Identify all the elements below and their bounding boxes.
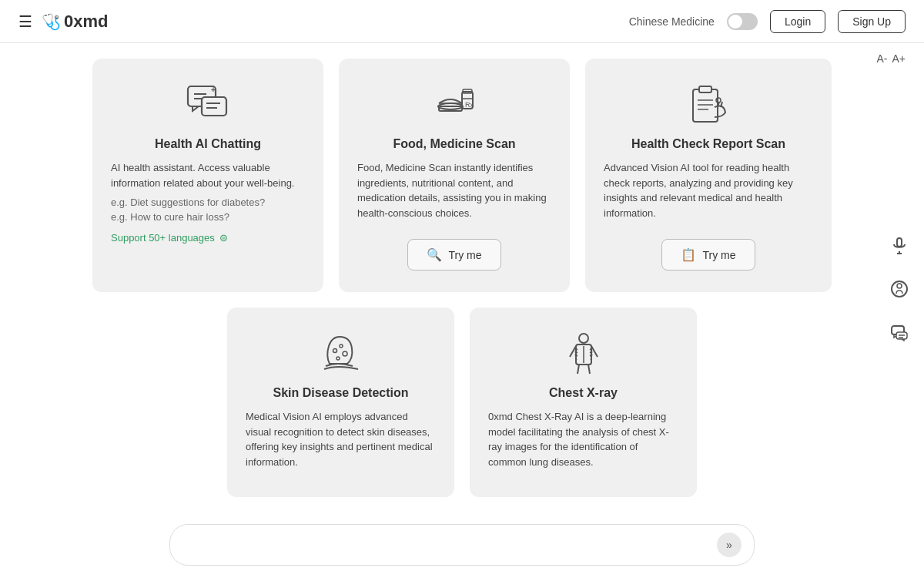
chest-xray-icon [561, 329, 607, 375]
svg-line-30 [588, 365, 590, 374]
card-icon-area [488, 329, 678, 375]
chat-bubbles-icon [890, 323, 909, 341]
support-languages-link[interactable]: Support 50+ languages ⊜ [111, 232, 305, 244]
card-chest-xray: Chest X-ray 0xmd Chest X-Ray AI is a dee… [470, 307, 697, 497]
card-skin-disease: Skin Disease Detection Medical Vision AI… [227, 307, 454, 497]
bottom-cards-row: Skin Disease Detection Medical Vision AI… [92, 307, 832, 497]
card-content: Health AI Chatting AI health assistant. … [111, 137, 305, 271]
card-content: Chest X-ray 0xmd Chest X-Ray AI is a dee… [488, 386, 678, 476]
microphone-button[interactable] [884, 230, 915, 261]
svg-point-26 [579, 334, 588, 343]
svg-point-25 [336, 357, 340, 360]
svg-point-22 [333, 349, 336, 353]
card-title: Skin Disease Detection [246, 386, 436, 400]
chat-icon: + [185, 80, 231, 126]
support-label: Support 50+ languages [111, 232, 215, 244]
support-icon: ⊜ [219, 232, 228, 244]
bottom-input-bar: » [169, 524, 755, 566]
card-food-medicine-scan: Rx Food, Medicine Scan Food, Medicine Sc… [339, 59, 570, 292]
card-desc: 0xmd Chest X-Ray AI is a deep-learning m… [488, 409, 678, 469]
input-container: » [169, 524, 755, 566]
card-title: Food, Medicine Scan [357, 137, 551, 151]
font-decrease-button[interactable]: A- [876, 52, 887, 65]
card-title: Health AI Chatting [111, 137, 305, 151]
menu-icon[interactable]: ☰ [18, 12, 32, 31]
card-content: Health Check Report Scan Advanced Vision… [604, 137, 813, 271]
card-desc: Advanced Vision AI tool for reading heal… [604, 160, 813, 220]
microphone-icon [890, 237, 909, 255]
try-me-button-report[interactable]: 📋 Try me [661, 239, 755, 271]
svg-text:+: + [211, 86, 216, 94]
help-button[interactable] [884, 274, 915, 304]
svg-rect-33 [897, 238, 902, 247]
chinese-medicine-toggle[interactable] [727, 13, 758, 30]
logo-text: 0xmd [64, 12, 108, 32]
svg-point-37 [897, 284, 902, 288]
logo-icon: 🩺 [42, 12, 61, 31]
health-report-icon [685, 80, 732, 126]
skin-disease-icon [318, 329, 364, 375]
card-content: Skin Disease Detection Medical Vision AI… [246, 386, 436, 476]
send-button[interactable]: » [717, 533, 742, 557]
card-icon-area: + [111, 80, 305, 126]
signup-button[interactable]: Sign Up [838, 10, 906, 33]
main-header: ☰ 🩺 0xmd Chinese Medicine Login Sign Up [0, 0, 924, 43]
top-cards-row: + Health AI Chatting AI health assistant… [92, 59, 832, 292]
card-desc: Food, Medicine Scan instantly identifies… [357, 160, 551, 220]
header-left: ☰ 🩺 0xmd [18, 12, 108, 32]
svg-rect-15 [699, 86, 711, 92]
svg-point-24 [343, 351, 347, 356]
font-increase-button[interactable]: A+ [892, 52, 906, 65]
chinese-medicine-label: Chinese Medicine [629, 15, 715, 28]
card-example-1: e.g. Diet suggestions for diabetes? [111, 197, 305, 208]
svg-point-23 [340, 344, 343, 348]
try-me-label: Try me [702, 249, 735, 261]
login-button[interactable]: Login [770, 10, 825, 33]
card-health-check-report: Health Check Report Scan Advanced Vision… [585, 59, 832, 292]
svg-text:Rx: Rx [465, 101, 474, 109]
card-btn-area: 📋 Try me [604, 239, 813, 271]
try-me-icon: 📋 [681, 247, 696, 262]
right-sidebar [884, 230, 915, 348]
card-btn-area: 🔍 Try me [357, 239, 551, 271]
help-icon [890, 280, 909, 298]
chat-input[interactable] [182, 539, 717, 551]
chat-bubbles-button[interactable] [884, 317, 915, 348]
card-title: Health Check Report Scan [604, 137, 813, 151]
card-health-ai-chatting: + Health AI Chatting AI health assistant… [92, 59, 323, 292]
card-icon-area [604, 80, 813, 126]
svg-line-29 [578, 365, 579, 374]
logo: 🩺 0xmd [42, 12, 108, 32]
try-me-button-food[interactable]: 🔍 Try me [407, 239, 500, 271]
card-desc: AI health assistant. Access valuable inf… [111, 160, 305, 190]
card-icon-area [246, 329, 436, 375]
card-desc: Medical Vision AI employs advanced visua… [246, 409, 436, 469]
card-icon-area: Rx [357, 80, 551, 126]
font-controls: A- A+ [876, 52, 906, 65]
svg-rect-14 [693, 89, 718, 122]
try-me-icon: 🔍 [427, 247, 442, 262]
try-me-label: Try me [448, 249, 481, 261]
send-icon: » [726, 539, 732, 551]
food-medicine-icon: Rx [431, 80, 477, 126]
card-example-2: e.g. How to cure hair loss? [111, 211, 305, 223]
header-right: Chinese Medicine Login Sign Up [629, 10, 906, 33]
card-content: Food, Medicine Scan Food, Medicine Scan … [357, 137, 551, 271]
card-title: Chest X-ray [488, 386, 678, 400]
main-content: + Health AI Chatting AI health assistant… [0, 43, 924, 512]
svg-rect-3 [202, 97, 226, 116]
